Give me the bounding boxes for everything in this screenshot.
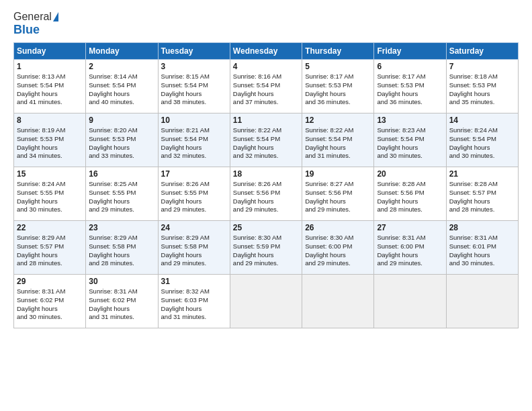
daylight-value: and 40 minutes. (89, 98, 154, 107)
daylight-value: and 30 minutes. (377, 152, 443, 161)
calendar-cell: 19 Sunrise: 8:27 AM Sunset: 5:56 PM Dayl… (302, 167, 374, 221)
daylight-value: and 28 minutes. (89, 259, 154, 268)
day-number: 31 (161, 277, 227, 286)
daylight-value: and 31 minutes. (161, 313, 227, 322)
calendar-cell: 14 Sunrise: 8:24 AM Sunset: 5:54 PM Dayl… (446, 113, 518, 167)
daylight-value: and 33 minutes. (89, 152, 154, 161)
daylight-value: and 36 minutes. (377, 98, 443, 107)
sunrise-text: Sunrise: 8:16 AM (233, 73, 299, 81)
daylight-label: Daylight hours (305, 251, 371, 260)
day-number: 22 (17, 223, 83, 232)
sunset-text: Sunset: 5:57 PM (17, 242, 83, 251)
sunset-text: Sunset: 5:53 PM (305, 81, 371, 90)
sunset-text: Sunset: 5:54 PM (161, 81, 227, 90)
daylight-label: Daylight hours (233, 90, 299, 99)
sunset-text: Sunset: 5:54 PM (17, 81, 83, 90)
daylight-label: Daylight hours (377, 197, 443, 206)
sunrise-text: Sunrise: 8:25 AM (89, 180, 154, 189)
daylight-label: Daylight hours (377, 144, 443, 152)
sunset-text: Sunset: 5:53 PM (89, 135, 154, 144)
calendar-week-row: 15 Sunrise: 8:24 AM Sunset: 5:55 PM Dayl… (14, 167, 519, 221)
calendar-cell (374, 275, 446, 328)
sunrise-text: Sunrise: 8:17 AM (377, 73, 443, 81)
calendar-cell: 30 Sunrise: 8:31 AM Sunset: 6:02 PM Dayl… (86, 275, 158, 328)
sunrise-text: Sunrise: 8:28 AM (377, 180, 443, 189)
logo-blue-text: Blue (13, 23, 40, 37)
daylight-label: Daylight hours (89, 197, 154, 206)
sunrise-text: Sunrise: 8:23 AM (377, 126, 443, 135)
sunrise-text: Sunrise: 8:29 AM (17, 234, 83, 242)
day-number: 11 (233, 116, 299, 125)
calendar-day-header: Sunday (14, 43, 86, 60)
sunrise-text: Sunrise: 8:31 AM (89, 287, 154, 296)
sunrise-text: Sunrise: 8:17 AM (305, 73, 371, 81)
daylight-value: and 34 minutes. (17, 152, 83, 161)
daylight-label: Daylight hours (233, 197, 299, 206)
daylight-value: and 31 minutes. (89, 313, 154, 322)
daylight-label: Daylight hours (449, 197, 515, 206)
page: General Blue SundayMondayTuesdayWednesda… (0, 0, 532, 411)
daylight-label: Daylight hours (233, 251, 299, 260)
calendar-cell: 24 Sunrise: 8:29 AM Sunset: 5:58 PM Dayl… (158, 221, 230, 275)
sunrise-text: Sunrise: 8:24 AM (449, 126, 515, 135)
sunrise-text: Sunrise: 8:26 AM (161, 180, 227, 189)
sunset-text: Sunset: 5:53 PM (17, 135, 83, 144)
calendar-cell: 10 Sunrise: 8:21 AM Sunset: 5:54 PM Dayl… (158, 113, 230, 167)
daylight-label: Daylight hours (89, 90, 154, 99)
calendar-cell: 3 Sunrise: 8:15 AM Sunset: 5:54 PM Dayli… (158, 60, 230, 113)
day-number: 18 (233, 169, 299, 179)
calendar-cell: 6 Sunrise: 8:17 AM Sunset: 5:53 PM Dayli… (374, 60, 446, 113)
sunset-text: Sunset: 5:58 PM (89, 242, 154, 251)
daylight-label: Daylight hours (305, 144, 371, 152)
sunrise-text: Sunrise: 8:18 AM (449, 73, 515, 81)
day-number: 5 (305, 62, 371, 71)
day-number: 3 (161, 62, 227, 71)
sunset-text: Sunset: 5:55 PM (17, 189, 83, 197)
daylight-value: and 29 minutes. (233, 259, 299, 268)
calendar-day-header: Thursday (302, 43, 374, 60)
day-number: 15 (17, 169, 83, 179)
daylight-value: and 28 minutes. (449, 205, 515, 214)
calendar-cell: 2 Sunrise: 8:14 AM Sunset: 5:54 PM Dayli… (86, 60, 158, 113)
daylight-value: and 29 minutes. (305, 205, 371, 214)
day-number: 12 (305, 116, 371, 125)
daylight-label: Daylight hours (89, 144, 154, 152)
day-number: 2 (89, 62, 154, 71)
day-number: 26 (305, 223, 371, 232)
day-number: 17 (161, 169, 227, 179)
calendar-cell: 11 Sunrise: 8:22 AM Sunset: 5:54 PM Dayl… (230, 113, 302, 167)
daylight-label: Daylight hours (17, 90, 83, 99)
sunset-text: Sunset: 5:54 PM (377, 135, 443, 144)
daylight-label: Daylight hours (17, 251, 83, 260)
calendar-cell: 29 Sunrise: 8:31 AM Sunset: 6:02 PM Dayl… (14, 275, 86, 328)
calendar-cell: 22 Sunrise: 8:29 AM Sunset: 5:57 PM Dayl… (14, 221, 86, 275)
day-number: 13 (377, 116, 443, 125)
calendar-cell: 18 Sunrise: 8:26 AM Sunset: 5:56 PM Dayl… (230, 167, 302, 221)
calendar-cell (230, 275, 302, 328)
calendar-week-row: 8 Sunrise: 8:19 AM Sunset: 5:53 PM Dayli… (14, 113, 519, 167)
daylight-value: and 29 minutes. (89, 205, 154, 214)
sunrise-text: Sunrise: 8:19 AM (17, 126, 83, 135)
daylight-value: and 32 minutes. (161, 152, 227, 161)
day-number: 19 (305, 169, 371, 179)
logo-triangle-icon (53, 12, 58, 21)
sunrise-text: Sunrise: 8:32 AM (161, 287, 227, 296)
daylight-label: Daylight hours (449, 251, 515, 260)
sunrise-text: Sunrise: 8:22 AM (233, 126, 299, 135)
daylight-value: and 30 minutes. (17, 313, 83, 322)
calendar-day-header: Friday (374, 43, 446, 60)
sunrise-text: Sunrise: 8:29 AM (161, 234, 227, 242)
day-number: 30 (89, 277, 154, 286)
sunrise-text: Sunrise: 8:15 AM (161, 73, 227, 81)
daylight-value: and 29 minutes. (161, 205, 227, 214)
sunset-text: Sunset: 5:54 PM (233, 135, 299, 144)
day-number: 14 (449, 116, 515, 125)
calendar-day-header: Wednesday (230, 43, 302, 60)
calendar-cell: 1 Sunrise: 8:13 AM Sunset: 5:54 PM Dayli… (14, 60, 86, 113)
sunrise-text: Sunrise: 8:28 AM (449, 180, 515, 189)
sunrise-text: Sunrise: 8:31 AM (17, 287, 83, 296)
sunrise-text: Sunrise: 8:26 AM (233, 180, 299, 189)
sunset-text: Sunset: 5:57 PM (449, 189, 515, 197)
calendar-table: SundayMondayTuesdayWednesdayThursdayFrid… (13, 42, 519, 328)
sunrise-text: Sunrise: 8:30 AM (305, 234, 371, 242)
